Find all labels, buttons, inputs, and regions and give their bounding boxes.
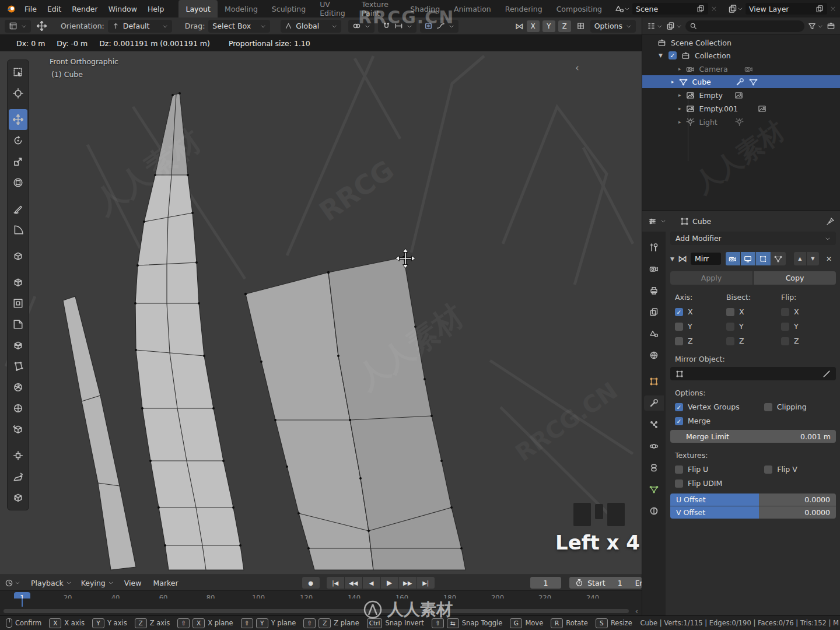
tab-output[interactable] [644, 283, 664, 298]
active-tool-move-icon[interactable] [37, 21, 47, 31]
transform-pivot-dropdown[interactable]: Global [281, 20, 341, 33]
view-layer-icon[interactable] [728, 4, 737, 13]
drag-dropdown[interactable]: Select Box [208, 20, 270, 33]
outliner-row-empty[interactable]: ▸ Empty [642, 89, 840, 102]
tab-layout[interactable]: Layout [178, 0, 218, 18]
jump-to-end-button[interactable]: ▶| [417, 577, 435, 589]
end-frame-field[interactable]: End 250 [628, 577, 642, 589]
tool-measure[interactable] [9, 219, 27, 240]
flip-x-checkbox[interactable] [781, 308, 789, 316]
tool-annotate[interactable] [9, 198, 27, 219]
u-offset-slider[interactable]: U Offset 0.0000 [670, 494, 836, 506]
move-modifier-up-button[interactable]: ▲ [794, 252, 806, 265]
properties-editor-icon[interactable] [648, 217, 657, 226]
mirror-object-field[interactable] [670, 367, 836, 380]
tool-shrink-fatten[interactable] [9, 445, 27, 466]
blender-logo-icon[interactable] [0, 0, 19, 18]
tool-spin[interactable] [9, 377, 27, 398]
chevron-down-icon[interactable] [737, 6, 743, 12]
menu-view[interactable]: View [120, 579, 146, 587]
tool-rip-region[interactable] [9, 487, 27, 508]
mirror-z-button[interactable]: Z [558, 20, 571, 32]
vertex-groups-checkbox[interactable]: ✓ [675, 403, 683, 411]
toggle-render-button[interactable] [726, 252, 740, 265]
menu-playback[interactable]: Playback [27, 579, 75, 587]
axis-z-checkbox[interactable] [675, 337, 683, 345]
tab-uv-editing[interactable]: UV Editing [313, 0, 355, 18]
item-arrow-icon[interactable]: ▸ [671, 79, 674, 85]
remove-modifier-button[interactable]: ✕ [826, 255, 832, 263]
mesh-blade-right[interactable] [244, 256, 466, 570]
outliner-row-scene-collection[interactable]: Scene Collection [642, 36, 840, 49]
toggle-editmode-button[interactable] [756, 252, 771, 265]
remove-view-layer-icon[interactable] [830, 5, 836, 12]
prev-keyframe-button[interactable]: ◀◀ [345, 577, 362, 589]
outliner-row-cube[interactable]: ▸ Cube [642, 75, 840, 88]
mirror-y-button[interactable]: Y [542, 20, 555, 32]
tool-loop-cut[interactable] [9, 335, 27, 356]
bisect-y-checkbox[interactable] [726, 323, 734, 331]
outliner-editor-type-button[interactable] [647, 22, 663, 30]
play-reverse-button[interactable]: ◀ [363, 577, 380, 589]
outliner-search-input[interactable] [700, 21, 800, 31]
outliner-row-light[interactable]: ▸ Light [642, 116, 840, 128]
record-button[interactable]: ● [302, 577, 320, 589]
flip-z-checkbox[interactable] [781, 337, 789, 345]
tab-render[interactable] [644, 261, 664, 276]
tab-tool[interactable] [644, 240, 664, 255]
disclosure-triangle-icon[interactable]: ▼ [659, 52, 663, 58]
tab-sculpting[interactable]: Sculpting [265, 0, 313, 18]
bisect-z-checkbox[interactable] [726, 337, 734, 345]
modifier-name-field[interactable]: Mirr [691, 253, 721, 265]
tool-move[interactable] [9, 109, 27, 130]
current-frame-field[interactable]: 1 [530, 577, 562, 589]
merge-checkbox[interactable]: ✓ [675, 417, 683, 425]
toggle-cage-button[interactable] [771, 252, 786, 265]
tab-modeling[interactable]: Modeling [218, 0, 265, 18]
timeline-track-area[interactable]: ‹ [0, 598, 642, 616]
menu-render[interactable]: Render [66, 0, 103, 18]
bisect-x-checkbox[interactable] [726, 308, 734, 316]
clipping-checkbox[interactable] [764, 403, 772, 411]
outliner-filter-button[interactable] [808, 22, 823, 30]
proportional-editing-group[interactable] [420, 20, 459, 33]
outliner-row-camera[interactable]: ▸ Camera [642, 62, 840, 75]
tool-bevel[interactable] [9, 314, 27, 335]
snap-grid-icon[interactable] [576, 22, 585, 30]
timeline-scrollbar[interactable] [4, 609, 629, 613]
tool-extrude-region[interactable] [9, 272, 27, 293]
tool-edge-slide[interactable] [9, 419, 27, 440]
chevron-down-icon[interactable] [660, 218, 666, 224]
flip-y-checkbox[interactable] [781, 323, 789, 331]
flip-u-checkbox[interactable] [675, 466, 683, 474]
viewport-3d[interactable]: Front Orthographic (1) Cube ‹ [0, 51, 642, 575]
new-collection-icon[interactable] [827, 22, 835, 30]
v-offset-slider[interactable]: V Offset 0.0000 [670, 506, 836, 519]
next-keyframe-button[interactable]: ▶▶ [399, 577, 416, 589]
pivot-point-button[interactable] [348, 20, 374, 33]
unlink-scene-icon[interactable] [710, 5, 718, 12]
eyedropper-icon[interactable] [822, 370, 831, 378]
chevron-down-icon[interactable] [624, 6, 630, 12]
scene-icon[interactable] [615, 4, 624, 13]
new-scene-icon[interactable] [696, 5, 705, 13]
menu-keying[interactable]: Keying [78, 579, 117, 587]
tab-texture-paint[interactable]: Texture Paint [355, 0, 403, 18]
menu-edit[interactable]: Edit [42, 0, 66, 18]
move-modifier-down-button[interactable]: ▼ [807, 252, 819, 265]
outliner-search[interactable] [685, 20, 804, 32]
axis-x-checkbox[interactable]: ✓ [675, 308, 683, 316]
tab-view-layer[interactable] [644, 304, 664, 320]
jump-to-start-button[interactable]: |◀ [327, 577, 344, 589]
tool-rotate[interactable] [9, 130, 27, 151]
mesh-blade-center[interactable] [134, 92, 244, 570]
mesh-blade-left[interactable] [63, 296, 136, 570]
start-frame-field[interactable]: Start 1 [569, 577, 628, 589]
orientation-dropdown[interactable]: Default [108, 20, 172, 33]
tab-constraints[interactable] [644, 460, 664, 475]
tool-shear[interactable] [9, 466, 27, 487]
outliner-display-mode-button[interactable] [666, 22, 682, 30]
mirror-x-button[interactable]: X [527, 20, 540, 32]
view-layer-field[interactable]: View Layer [746, 3, 827, 15]
add-modifier-dropdown[interactable]: Add Modifier [670, 232, 836, 245]
